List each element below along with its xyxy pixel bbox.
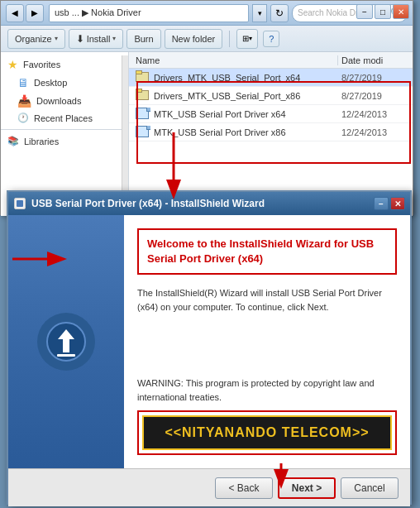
wizard-close-button[interactable]: ✕ <box>390 197 405 210</box>
wizard-title-icon <box>13 197 26 210</box>
wizard-heading: Welcome to the InstallShield Wizard for … <box>147 237 387 266</box>
help-button[interactable]: ? <box>263 31 279 47</box>
back-button[interactable]: ◀ <box>6 4 24 22</box>
wizard-footer: < Back Next > Cancel <box>8 468 410 506</box>
file-row[interactable]: Drivers_MTK_USB_Serial_Port_x64 8/27/201… <box>129 69 413 87</box>
sidebar-item-downloads[interactable]: 📥 Downloads <box>1 92 122 110</box>
column-name-header[interactable]: Name <box>129 55 338 65</box>
svg-rect-2 <box>57 354 75 357</box>
col-date-label: Date modi <box>341 55 383 65</box>
explorer-titlebar: ◀ ▶ usb ... ▶ Nokia Driver ▾ ↻ Search No… <box>1 1 413 26</box>
wizard-minimize-button[interactable]: − <box>374 197 389 210</box>
nityanando-text: <<NITYANANDO TELECOM>> <box>165 425 369 439</box>
sidebar-item-favorites[interactable]: ★ Favorites <box>1 55 122 74</box>
favorites-icon: ★ <box>7 58 18 71</box>
nityanando-banner: <<NITYANANDO TELECOM>> <box>142 415 392 450</box>
burn-label: Burn <box>134 34 153 44</box>
install-icon: ⬇ <box>76 33 84 45</box>
breadcrumb-path[interactable]: usb ... ▶ Nokia Driver <box>49 4 249 22</box>
install-chevron-icon: ▾ <box>112 35 116 42</box>
installshield-logo-icon <box>45 321 87 362</box>
wizard-titlebar-controls: − ✕ <box>374 197 405 210</box>
file-date-1: 8/27/2019 <box>338 91 413 101</box>
sidebar-item-desktop[interactable]: 🖥 Desktop <box>1 74 122 92</box>
titlebar-controls: − □ ✕ <box>356 4 409 19</box>
help-icon: ? <box>269 34 274 44</box>
sidebar-desktop-label: Desktop <box>34 78 67 88</box>
file-name-1: Drivers_MTK_USB_Serial_Port_x86 <box>154 91 338 101</box>
wizard-logo <box>37 313 95 371</box>
new-folder-label: New folder <box>172 34 216 44</box>
explorer-window: ◀ ▶ usb ... ▶ Nokia Driver ▾ ↻ Search No… <box>0 0 413 215</box>
file-name-0: Drivers_MTK_USB_Serial_Port_x64 <box>154 73 338 83</box>
cancel-button[interactable]: Cancel <box>341 477 399 499</box>
downloads-icon: 📥 <box>17 94 31 108</box>
views-chevron-icon: ▾ <box>249 35 252 42</box>
next-button[interactable]: Next > <box>278 477 336 499</box>
sidebar-libraries-label: Libraries <box>24 137 59 146</box>
maximize-button[interactable]: □ <box>375 4 391 19</box>
file-date-2: 12/24/2013 <box>338 109 413 119</box>
sidebar-favorites-label: Favorites <box>23 60 60 69</box>
explorer-toolbar: Organize ▾ ⬇ Install ▾ Burn New folder ⊞… <box>1 26 413 52</box>
col-name-label: Name <box>136 55 160 65</box>
install-label: Install <box>87 34 111 44</box>
sidebar-item-libraries[interactable]: 📚 Libraries <box>1 133 122 149</box>
organize-chevron-icon: ▾ <box>55 35 58 42</box>
libraries-icon: 📚 <box>7 136 19 146</box>
nityanando-annotation-box: <<NITYANANDO TELECOM>> <box>137 410 397 455</box>
views-icon: ⊞ <box>242 34 249 43</box>
wizard-window: USB Serial Port Driver (x64) - InstallSh… <box>7 190 412 505</box>
wizard-right-panel: Welcome to the InstallShield Wizard for … <box>124 215 410 468</box>
breadcrumb-text: usb ... ▶ Nokia Driver <box>55 7 141 18</box>
cancel-label: Cancel <box>354 482 384 494</box>
file-row[interactable]: Drivers_MTK_USB_Serial_Port_x86 8/27/201… <box>129 87 413 105</box>
address-bar-area: usb ... ▶ Nokia Driver ▾ ↻ Search Nokia … <box>49 4 408 22</box>
column-date-header[interactable]: Date modi <box>338 55 413 65</box>
file-row[interactable]: MTK_USB Serial Port Driver x86 12/24/201… <box>129 123 413 141</box>
new-folder-button[interactable]: New folder <box>165 29 223 49</box>
file-date-3: 12/24/2013 <box>338 127 413 137</box>
burn-button[interactable]: Burn <box>126 29 160 49</box>
sidebar-recent-label: Recent Places <box>34 113 93 123</box>
toolbar-separator <box>229 31 230 47</box>
back-button[interactable]: < Back <box>215 477 273 499</box>
back-label: < Back <box>228 482 259 494</box>
file-name-2: MTK_USB Serial Port Driver x64 <box>154 109 338 119</box>
minimize-button[interactable]: − <box>356 4 373 19</box>
organize-label: Organize <box>15 34 52 44</box>
install-button[interactable]: ⬇ Install ▾ <box>69 29 124 49</box>
close-button[interactable]: ✕ <box>393 4 409 19</box>
wizard-titlebar: USB Serial Port Driver (x64) - InstallSh… <box>8 192 410 215</box>
views-button[interactable]: ⊞ ▾ <box>236 29 258 49</box>
wizard-heading-box: Welcome to the InstallShield Wizard for … <box>137 228 397 275</box>
wizard-description: The InstallShield(R) Wizard will install… <box>137 286 397 314</box>
sidebar-downloads-label: Downloads <box>36 96 81 106</box>
wizard-left-panel <box>8 215 124 468</box>
desktop-icon: 🖥 <box>17 76 29 89</box>
file-date-0: 8/27/2019 <box>338 73 413 83</box>
wizard-body: Welcome to the InstallShield Wizard for … <box>8 215 410 468</box>
file-list-header: Name Date modi <box>129 52 413 69</box>
nav-buttons: ◀ ▶ <box>6 4 44 22</box>
file-name-3: MTK_USB Serial Port Driver x86 <box>154 127 338 137</box>
file-row[interactable]: MTK_USB Serial Port Driver x64 12/24/201… <box>129 105 413 123</box>
path-dropdown-button[interactable]: ▾ <box>252 4 267 22</box>
next-label: Next > <box>292 482 322 494</box>
sidebar-item-recent-places[interactable]: 🕐 Recent Places <box>1 110 122 126</box>
organize-button[interactable]: Organize ▾ <box>7 29 65 49</box>
refresh-button[interactable]: ↻ <box>270 4 289 22</box>
wizard-warning: WARNING: This program is protected by co… <box>137 376 397 404</box>
forward-button[interactable]: ▶ <box>26 4 44 22</box>
wizard-title-text: USB Serial Port Driver (x64) - InstallSh… <box>31 198 265 209</box>
recent-places-icon: 🕐 <box>17 113 29 123</box>
sidebar-scrollbar[interactable] <box>122 55 128 213</box>
